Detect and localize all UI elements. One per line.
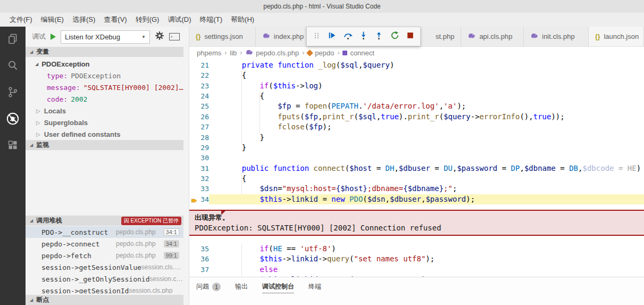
variable-row[interactable]: type:PDOException [26,70,189,81]
menu-item[interactable]: 调试(D) [163,15,195,24]
breadcrumb-item-pepdo[interactable]: pepdo [307,49,334,57]
line-number[interactable]: 22 [189,70,209,80]
code-token: '/data/error.log' [363,102,439,110]
stop-button[interactable] [403,30,417,44]
restart-button[interactable] [388,30,402,44]
debug-console-toggle-icon[interactable]: › [169,33,180,40]
variable-group-user-defined-constants[interactable]: ▷User defined constants [26,128,189,140]
variables-tree: ◢PDOExceptiontype:PDOExceptionmessage:"S… [26,57,189,140]
activity-item-explorer[interactable] [0,27,26,53]
line-number[interactable]: 37 [189,265,209,275]
panel-tab-调试控制台[interactable]: 调试控制台 [262,282,294,293]
line-number[interactable]: 25 [189,101,209,111]
code-token: = [278,184,282,193]
variable-row[interactable]: code:2002 [26,93,189,105]
line-number[interactable]: 30 [189,153,209,163]
editor-tab-init-cls-php[interactable]: init.cls.php [524,27,589,46]
editor-group: {}settings.jsonindex.phpst.phpapi.cls.ph… [189,27,644,305]
code-token: { [224,174,246,183]
line-number[interactable]: 24 [189,91,209,101]
editor-tab-settings-json[interactable]: {}settings.json [189,27,256,46]
variable-key: type: [47,72,68,80]
line-number[interactable]: 36 [189,254,209,264]
line-number[interactable]: 29 [189,143,209,153]
line-number[interactable]: 35 [189,244,209,254]
window-title: pepdo.cls.php - html - Visual Studio Cod… [263,3,381,10]
source-control-icon [6,86,19,101]
call-stack-frame[interactable]: session->getSessionIdsession.cls.php [26,285,183,293]
menu-item[interactable]: 查看(V) [99,15,131,24]
menu-item[interactable]: 编辑(E) [37,15,68,24]
code-token: ( [300,112,304,121]
debug-config-dropdown[interactable]: Listen for XDebug ▼ [61,30,150,44]
menu-item[interactable]: 帮助(H) [227,15,258,24]
panel-tab-终端[interactable]: 终端 [308,282,321,293]
breadcrumb-item-phpems[interactable]: phpems [197,49,221,57]
code-token: $this [260,195,282,203]
problems-count-badge: 1 [212,283,221,291]
restart-icon [390,31,399,42]
step-out-button[interactable] [372,30,386,44]
code-line-text: $dsn="mysql:host={$host};dbname={$dbname… [209,184,644,194]
menu-item[interactable]: 终端(T) [195,15,227,24]
breadcrumb-item-lib[interactable]: lib [230,49,237,57]
breadcrumb-item-pepdo-cls-php[interactable]: pepdo.cls.php [245,49,299,57]
panel-tab-输出[interactable]: 输出 [235,282,248,293]
activity-item-debug[interactable] [0,106,26,133]
line-number[interactable]: 26 [189,112,209,122]
code-line: 28 } [189,133,644,143]
step-into-button[interactable] [356,30,370,44]
activity-item-extensions[interactable] [0,133,26,160]
line-number[interactable]: 27 [189,122,209,132]
variable-row[interactable]: message:"SQLSTATE[HY000] [2002]… [26,81,189,93]
panel-tab-问题[interactable]: 问题1 [196,282,221,293]
line-number[interactable]: 32 [189,174,209,184]
call-stack-frame[interactable]: PDO->__constructpepdo.cls.php34:1 [26,226,183,238]
variable-group-superglobals[interactable]: ▷Superglobals [26,117,189,128]
line-number[interactable]: 31 [189,163,209,174]
line-number[interactable]: 23 [189,81,209,91]
section-header-variables[interactable]: ◢ 变量 [26,47,183,57]
step-over-button[interactable] [341,30,355,44]
section-header-watch[interactable]: ◢ 监视 [26,140,183,150]
menu-item[interactable]: 文件(F) [5,15,37,24]
line-number[interactable]: 28 [189,133,209,143]
call-stack-frame[interactable]: session->_getOnlySessionidsession.cls.ph… [26,273,183,285]
editor-tab-api-cls-php[interactable]: api.cls.php [461,27,524,46]
code-line-text: fputs($fp,print_r($sql,true).print_r($qu… [209,112,644,122]
frame-function: session->_getOnlySessionid [41,275,150,283]
variable-group-locals[interactable]: ▷Locals [26,105,189,117]
code-editor[interactable]: 21 private function _log($sql,$query)22 … [189,59,644,305]
code-token: $query [363,61,390,69]
call-stack-frame[interactable]: session->getSessionValuesession.cls.php [26,261,183,273]
variable-exception-row[interactable]: ◢PDOException [26,58,189,70]
breadcrumb-separator-icon: › [224,49,227,56]
section-header-call-stack[interactable]: ◢ 调用堆栈 因 EXCEPTION 已暂停 [26,216,183,226]
code-line-text: private function _log($sql,$query) [209,60,644,70]
configure-gear-icon[interactable] [155,31,164,43]
call-stack-frame[interactable]: pepdo->fetchpepdo.cls.php99:1 [26,250,183,261]
continue-button[interactable] [325,30,339,44]
start-debug-button[interactable] [51,34,56,40]
editor-tab-launch-json[interactable]: {}launch.json [589,27,644,46]
code-token: (), [520,112,533,121]
line-number[interactable]: 33 [189,184,209,194]
menu-item[interactable]: 转到(G) [131,15,164,24]
code-token [224,254,260,263]
twisty-expanded-icon: ◢ [30,298,33,302]
call-stack-frame[interactable]: pepdo->connectpepdo.cls.php34:1 [26,238,183,250]
activity-item-search[interactable] [0,53,26,80]
panel-tab-bar: 问题1输出调试控制台终端 [189,277,644,293]
php-file-icon [530,32,538,40]
variable-key: message: [47,84,80,92]
activity-item-source-control[interactable] [0,80,26,106]
breadcrumb-item-connect[interactable]: connect [342,49,374,57]
frame-function: pepdo->fetch [41,252,116,260]
bottom-panel: 问题1输出调试控制台终端 [189,277,644,305]
section-header-breakpoints[interactable]: ◢ 断点 [26,295,183,305]
line-number[interactable]: 21 [189,60,209,70]
menu-item[interactable]: 选择(S) [68,15,99,24]
section-label: 断点 [36,295,49,304]
debug-toolbar [306,27,421,46]
code-token: = [318,195,331,203]
